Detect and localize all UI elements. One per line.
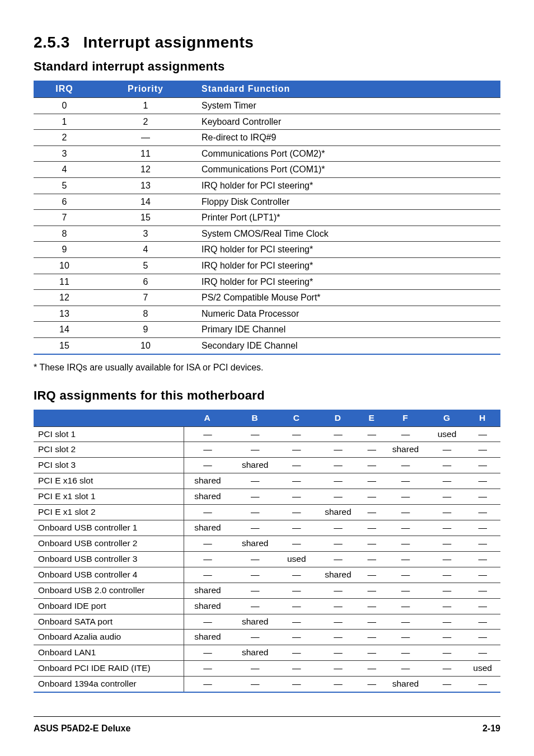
row-label: Onboard USB controller 4 <box>34 567 184 583</box>
cell-irq: 13 <box>34 306 95 322</box>
th-col: F <box>382 410 429 427</box>
cell-value: — <box>465 583 500 598</box>
cell-value: — <box>279 645 315 661</box>
cell-value: used <box>429 426 465 442</box>
cell-value: — <box>362 473 382 489</box>
cell-function: Floppy Disk Controller <box>196 194 500 210</box>
cell-priority: 12 <box>95 162 196 178</box>
cell-irq: 10 <box>34 257 95 274</box>
cell-value: — <box>279 536 315 551</box>
cell-value: — <box>465 567 500 583</box>
row-label: Onboard 1394a controller <box>34 677 184 692</box>
cell-value: shared <box>184 520 231 536</box>
th-function: Standard Function <box>196 81 500 98</box>
cell-value: — <box>429 536 465 551</box>
cell-value: — <box>315 614 362 630</box>
cell-value: — <box>362 551 382 567</box>
cell-priority: 9 <box>95 322 196 338</box>
cell-value: shared <box>315 567 362 583</box>
cell-value: — <box>231 442 279 458</box>
cell-value: — <box>184 426 231 442</box>
cell-value: — <box>279 598 315 614</box>
cell-value: — <box>231 489 279 505</box>
cell-value: — <box>429 442 465 458</box>
th-col: A <box>184 410 231 427</box>
table-row: 127PS/2 Compatible Mouse Port* <box>34 290 500 306</box>
cell-value: — <box>279 661 315 677</box>
cell-value: — <box>184 645 231 661</box>
cell-irq: 14 <box>34 322 95 338</box>
cell-value: — <box>279 567 315 583</box>
cell-value: — <box>362 630 382 645</box>
row-label: Onboard USB controller 3 <box>34 551 184 567</box>
cell-value: — <box>315 489 362 505</box>
cell-value: — <box>231 567 279 583</box>
cell-value: — <box>362 426 382 442</box>
cell-irq: 9 <box>34 242 95 258</box>
cell-value: — <box>465 505 500 520</box>
cell-value: — <box>279 426 315 442</box>
cell-value: shared <box>315 505 362 520</box>
cell-value: — <box>231 426 279 442</box>
th-col: G <box>429 410 465 427</box>
cell-priority: 14 <box>95 194 196 210</box>
cell-value: — <box>382 551 429 567</box>
cell-value: — <box>429 598 465 614</box>
cell-value: shared <box>231 536 279 551</box>
cell-value: — <box>184 536 231 551</box>
cell-irq: 2 <box>34 130 95 146</box>
cell-value: — <box>382 630 429 645</box>
cell-value: — <box>465 536 500 551</box>
th-irq: IRQ <box>34 81 95 98</box>
cell-value: — <box>382 598 429 614</box>
table-row: 513IRQ holder for PCI steering* <box>34 177 500 194</box>
cell-value: — <box>279 583 315 598</box>
cell-function: Secondary IDE Channel <box>196 337 500 354</box>
cell-value: — <box>362 442 382 458</box>
cell-value: — <box>429 614 465 630</box>
footer: ASUS P5AD2-E Deluxe 2-19 <box>34 724 500 734</box>
table-row: 412Communications Port (COM1)* <box>34 162 500 178</box>
cell-priority: 15 <box>95 210 196 226</box>
cell-value: — <box>382 473 429 489</box>
section-heading: 2.5.3Interrupt assignments <box>34 34 500 51</box>
cell-function: Re-direct to IRQ#9 <box>196 130 500 146</box>
cell-value: — <box>279 505 315 520</box>
cell-function: System Timer <box>196 98 500 114</box>
row-label: PCI E x16 slot <box>34 473 184 489</box>
row-label: Onboard LAN1 <box>34 645 184 661</box>
cell-function: System CMOS/Real Time Clock <box>196 226 500 242</box>
table-row: 94IRQ holder for PCI steering* <box>34 242 500 258</box>
cell-priority: — <box>95 130 196 146</box>
cell-value: — <box>382 536 429 551</box>
cell-value: — <box>465 630 500 645</box>
cell-value: — <box>429 505 465 520</box>
cell-value: — <box>362 677 382 692</box>
cell-value: shared <box>382 677 429 692</box>
table-row: 1510Secondary IDE Channel <box>34 337 500 354</box>
cell-value: — <box>382 614 429 630</box>
cell-value: shared <box>382 442 429 458</box>
footer-right: 2-19 <box>483 724 500 734</box>
mb-subheading: IRQ assignments for this motherboard <box>34 388 500 403</box>
cell-value: — <box>465 458 500 473</box>
cell-value: — <box>315 583 362 598</box>
cell-value: — <box>279 473 315 489</box>
mb-irq-table: ABCDEFGH PCI slot 1——————used—PCI slot 2… <box>34 410 500 693</box>
table-row: PCI E x16 slotshared——————— <box>34 473 500 489</box>
cell-value: — <box>362 614 382 630</box>
row-label: Onboard IDE port <box>34 598 184 614</box>
cell-irq: 6 <box>34 194 95 210</box>
cell-value: — <box>184 458 231 473</box>
cell-value: used <box>465 661 500 677</box>
row-label: PCI slot 2 <box>34 442 184 458</box>
table-row: 138Numeric Data Processor <box>34 306 500 322</box>
cell-value: — <box>315 677 362 692</box>
cell-value: — <box>465 520 500 536</box>
cell-value: — <box>362 458 382 473</box>
cell-irq: 12 <box>34 290 95 306</box>
cell-priority: 2 <box>95 114 196 130</box>
standard-irq-table: IRQ Priority Standard Function 01System … <box>34 81 500 355</box>
cell-value: — <box>465 551 500 567</box>
cell-value: — <box>382 661 429 677</box>
